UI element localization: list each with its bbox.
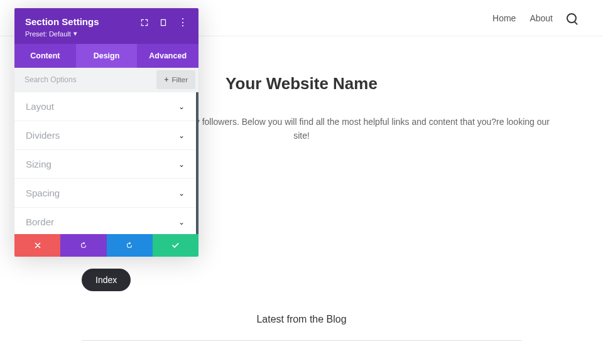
tab-content[interactable]: Content xyxy=(14,44,76,68)
caret-down-icon: ▾ xyxy=(73,29,77,38)
tab-advanced[interactable]: Advanced xyxy=(137,44,198,68)
option-border[interactable]: Border ⌄ xyxy=(14,208,196,234)
search-row: + Filter xyxy=(14,68,198,92)
preset-label-text: Preset: Default xyxy=(25,30,71,38)
device-preview-icon[interactable] xyxy=(159,18,168,27)
expand-icon[interactable] xyxy=(140,18,149,27)
undo-icon xyxy=(79,241,88,250)
option-layout[interactable]: Layout ⌄ xyxy=(14,92,196,121)
filter-button[interactable]: + Filter xyxy=(156,70,195,89)
filter-label: Filter xyxy=(171,76,188,83)
option-spacing[interactable]: Spacing ⌄ xyxy=(14,179,196,208)
option-label: Layout xyxy=(26,101,54,112)
option-label: Dividers xyxy=(26,130,60,141)
panel-footer xyxy=(14,234,198,257)
undo-button[interactable] xyxy=(60,234,106,257)
cancel-button[interactable] xyxy=(14,234,60,257)
save-button[interactable] xyxy=(153,234,198,257)
redo-button[interactable] xyxy=(107,234,153,257)
option-sizing[interactable]: Sizing ⌄ xyxy=(14,150,196,179)
search-input[interactable] xyxy=(14,68,153,92)
option-label: Spacing xyxy=(26,188,60,198)
settings-panel: Section Settings Preset: Default ▾ ⋮ Con… xyxy=(14,8,198,257)
chevron-down-icon: ⌄ xyxy=(178,189,185,198)
chevron-down-icon: ⌄ xyxy=(178,102,185,111)
plus-icon: + xyxy=(164,75,168,84)
option-label: Sizing xyxy=(26,159,52,169)
chevron-down-icon: ⌄ xyxy=(178,218,185,227)
chevron-down-icon: ⌄ xyxy=(178,131,185,140)
options-list[interactable]: Layout ⌄ Dividers ⌄ Sizing ⌄ Spacing ⌄ B… xyxy=(14,92,198,234)
check-icon xyxy=(171,241,180,250)
panel-title: Section Settings xyxy=(25,16,99,27)
option-dividers[interactable]: Dividers ⌄ xyxy=(14,121,196,150)
chevron-down-icon: ⌄ xyxy=(178,160,185,169)
index-button[interactable]: Index xyxy=(82,269,131,291)
panel-tabs: Content Design Advanced xyxy=(14,44,198,68)
search-icon[interactable] xyxy=(567,13,577,23)
divider xyxy=(82,340,521,341)
option-label: Border xyxy=(26,217,54,227)
panel-header: Section Settings Preset: Default ▾ ⋮ xyxy=(14,8,198,44)
nav-link-home[interactable]: Home xyxy=(492,13,516,23)
redo-icon xyxy=(125,241,134,250)
preset-selector[interactable]: Preset: Default ▾ xyxy=(25,29,99,38)
close-icon xyxy=(33,241,42,250)
blog-heading: Latest from the Blog xyxy=(25,314,578,325)
nav-link-about[interactable]: About xyxy=(530,13,553,23)
more-menu-icon[interactable]: ⋮ xyxy=(178,18,188,28)
tab-design[interactable]: Design xyxy=(76,44,138,68)
